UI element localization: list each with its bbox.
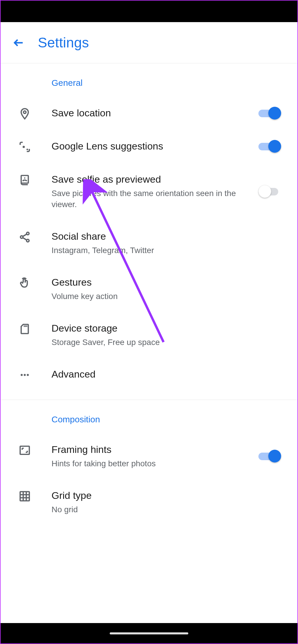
status-bar bbox=[1, 1, 297, 22]
section-header-composition: Composition bbox=[1, 400, 297, 433]
svg-point-2 bbox=[26, 149, 28, 150]
grid-icon bbox=[19, 490, 31, 502]
row-device-storage[interactable]: Device storage Storage Saver, Free up sp… bbox=[1, 312, 297, 358]
framing-hints-icon bbox=[19, 444, 31, 456]
device-frame: Settings General Save location bbox=[0, 0, 298, 644]
row-title: Framing hints bbox=[52, 443, 248, 456]
row-social-share[interactable]: Social share Instagram, Telegram, Twitte… bbox=[1, 220, 297, 266]
toggle-save-location[interactable] bbox=[258, 107, 281, 120]
svg-point-8 bbox=[21, 374, 23, 376]
location-pin-icon bbox=[19, 108, 31, 120]
row-title: Google Lens suggestions bbox=[52, 140, 248, 152]
row-grid-type[interactable]: Grid type No grid bbox=[1, 479, 297, 525]
row-subtitle: Volume key action bbox=[52, 291, 248, 302]
row-title: Gestures bbox=[52, 276, 248, 289]
section-composition: Composition Framing hints Hints for taki… bbox=[1, 400, 297, 534]
row-save-location[interactable]: Save location bbox=[1, 97, 297, 130]
back-button[interactable] bbox=[10, 34, 27, 51]
row-title: Advanced bbox=[52, 368, 248, 380]
selfie-flip-icon bbox=[19, 174, 31, 186]
svg-point-6 bbox=[20, 236, 23, 238]
touch-gesture-icon bbox=[19, 277, 31, 289]
toggle-google-lens[interactable] bbox=[258, 140, 281, 153]
share-icon bbox=[19, 231, 31, 243]
svg-point-0 bbox=[24, 111, 26, 113]
row-gestures[interactable]: Gestures Volume key action bbox=[1, 266, 297, 312]
row-title: Save selfie as previewed bbox=[52, 173, 248, 186]
svg-point-1 bbox=[23, 146, 25, 148]
google-lens-icon bbox=[19, 141, 31, 153]
svg-point-4 bbox=[24, 177, 26, 179]
page-title: Settings bbox=[38, 35, 89, 51]
row-subtitle: Hints for taking better photos bbox=[52, 458, 248, 469]
toggle-save-selfie[interactable] bbox=[258, 185, 281, 198]
row-subtitle: Instagram, Telegram, Twitter bbox=[52, 245, 248, 256]
row-subtitle: Storage Saver, Free up space bbox=[52, 337, 248, 348]
svg-point-5 bbox=[26, 232, 29, 235]
row-title: Social share bbox=[52, 230, 248, 243]
svg-rect-12 bbox=[20, 492, 29, 501]
row-subtitle: No grid bbox=[52, 504, 248, 515]
svg-point-7 bbox=[26, 239, 29, 242]
sd-card-icon bbox=[19, 323, 31, 335]
android-nav-bar bbox=[1, 623, 297, 643]
toggle-framing-hints[interactable] bbox=[258, 450, 281, 462]
section-general: General Save location bbox=[1, 63, 297, 400]
svg-point-9 bbox=[24, 374, 26, 376]
app-screen: Settings General Save location bbox=[1, 22, 297, 623]
svg-rect-11 bbox=[20, 446, 29, 454]
row-framing-hints[interactable]: Framing hints Hints for taking better ph… bbox=[1, 433, 297, 479]
row-save-selfie[interactable]: Save selfie as previewed Save pictures w… bbox=[1, 163, 297, 220]
app-header: Settings bbox=[1, 22, 297, 63]
row-title: Grid type bbox=[52, 489, 248, 502]
row-title: Device storage bbox=[52, 322, 248, 335]
svg-point-10 bbox=[27, 374, 29, 376]
arrow-left-icon bbox=[13, 37, 25, 49]
section-header-general: General bbox=[1, 63, 297, 97]
more-dots-icon bbox=[19, 369, 31, 381]
row-title: Save location bbox=[52, 106, 248, 119]
row-google-lens[interactable]: Google Lens suggestions bbox=[1, 130, 297, 163]
svg-rect-3 bbox=[21, 175, 29, 183]
row-subtitle: Save pictures with the same orientation … bbox=[52, 188, 248, 210]
nav-pill[interactable] bbox=[110, 632, 188, 634]
row-advanced[interactable]: Advanced bbox=[1, 358, 297, 391]
